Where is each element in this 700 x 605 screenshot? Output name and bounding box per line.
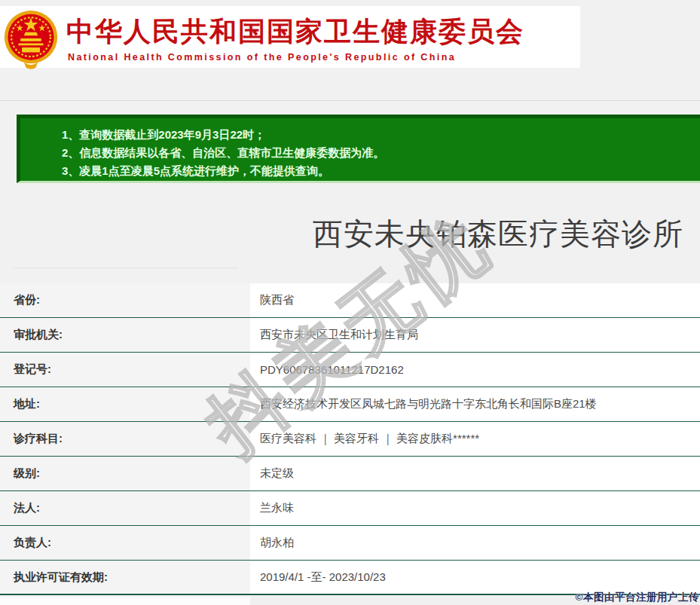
row-label: 执业许可证有效期: — [0, 561, 250, 594]
clinic-name-title: 西安未央铂森医疗美容诊所 — [313, 213, 683, 255]
table-row-treatment-subjects: 诊疗科目: 医疗美容科 ｜ 美容牙科 ｜ 美容皮肤科****** — [0, 422, 700, 457]
row-label: 地址: — [0, 387, 250, 421]
row-value: 未定级 — [250, 457, 700, 490]
notice-box: 1、查询数据截止到2023年9月3日22时； 2、信息数据结果以各省、自治区、直… — [17, 115, 700, 183]
header-banner: 中华人民共和国国家卫生健康委员会 National Health Commiss… — [0, 6, 580, 68]
row-label: 省份: — [0, 283, 250, 317]
china-national-emblem-icon — [3, 8, 59, 69]
row-label: 审批机关: — [0, 318, 250, 352]
table-row-approval-authority: 审批机关: 西安市未央区卫生和计划生育局 — [0, 318, 700, 353]
notice-line-1: 1、查询数据截止到2023年9月3日22时； — [62, 126, 700, 144]
row-label: 负责人: — [0, 526, 250, 560]
clinic-details-table: 省份: 陕西省 审批机关: 西安市未央区卫生和计划生育局 登记号: PDY606… — [0, 283, 700, 595]
table-row-registration-number: 登记号: PDY60678361011217D2162 — [0, 353, 700, 387]
site-title-en: National Health Commission of the People… — [68, 52, 456, 63]
row-value: 2019/4/1 -至- 2023/10/23 — [250, 561, 700, 594]
row-value: 西安经济技术开发区凤城七路与明光路十字东北角长和国际B座21楼 — [250, 387, 700, 421]
table-row-address: 地址: 西安经济技术开发区凤城七路与明光路十字东北角长和国际B座21楼 — [0, 387, 700, 422]
row-label: 诊疗科目: — [0, 422, 250, 456]
table-row-level: 级别: 未定级 — [0, 457, 700, 491]
notice-line-3: 3、凌晨1点至凌晨5点系统进行维护，不能提供查询。 — [62, 162, 700, 180]
table-row-legal-person: 法人: 兰永味 — [0, 491, 700, 526]
notice-line-2: 2、信息数据结果以各省、自治区、直辖市卫生健康委数据为准。 — [62, 144, 700, 162]
title-underline — [14, 267, 238, 268]
row-label: 法人: — [0, 491, 250, 525]
row-label: 级别: — [0, 457, 250, 490]
table-row-province: 省份: 陕西省 — [0, 283, 700, 318]
bottom-strip-left — [0, 597, 250, 605]
row-value: 医疗美容科 ｜ 美容牙科 ｜ 美容皮肤科****** — [250, 422, 700, 456]
row-value: 胡永柏 — [250, 526, 700, 560]
header-divider — [0, 100, 700, 101]
row-label: 登记号: — [0, 353, 250, 387]
row-value: PDY60678361011217D2162 — [250, 353, 700, 387]
table-row-person-in-charge: 负责人: 胡永柏 — [0, 526, 700, 561]
row-value: 西安市未央区卫生和计划生育局 — [250, 318, 700, 352]
site-title-cn: 中华人民共和国国家卫生健康委员会 — [66, 14, 524, 50]
row-value: 陕西省 — [250, 283, 700, 317]
upload-credit-text: ©本图由平台注册用户上传 — [576, 591, 699, 604]
row-value: 兰永味 — [250, 491, 700, 525]
